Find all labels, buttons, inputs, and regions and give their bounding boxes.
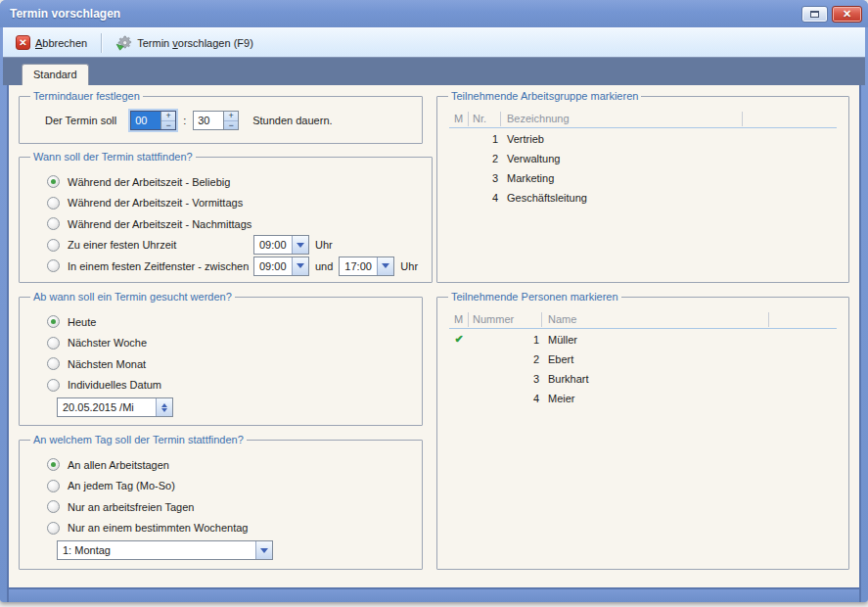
chevron-up-icon	[161, 400, 167, 407]
option-bestimmter-wochentag[interactable]: Nur an einem bestimmten Wochentag	[47, 518, 414, 539]
duration-colon: :	[183, 115, 186, 126]
window-start-combobox[interactable]: 09:00	[253, 257, 309, 276]
fixed-time-value[interactable]: 09:00	[254, 236, 292, 254]
group-search-start-title: Ab wann soll ein Termin gesucht werden?	[30, 291, 235, 303]
column-header-bezeichnung[interactable]: Bezeichnung	[501, 112, 743, 126]
hours-spinner[interactable]: 00 +−	[130, 111, 176, 130]
radio-icon[interactable]	[47, 357, 60, 370]
option-naechsten-monat[interactable]: Nächsten Monat	[47, 353, 414, 375]
close-button[interactable]: ✕	[832, 6, 862, 23]
option-arbeitszeit-nachmittags[interactable]: Während der Arbeitszeit - Nachmittags	[47, 213, 424, 235]
hours-spin-buttons[interactable]: +−	[160, 112, 175, 129]
cancel-icon: ✕	[16, 35, 30, 50]
column-header-nr[interactable]: Nr.	[469, 112, 501, 126]
right-column: Teilnehmende Arbeitsgruppe markieren M N…	[436, 90, 849, 587]
toolbar-separator	[101, 33, 102, 53]
workgroups-header: M Nr. Bezeichnung	[449, 110, 837, 128]
column-header-m[interactable]: M	[449, 112, 469, 126]
table-row[interactable]: 3 Marketing	[449, 168, 837, 187]
option-arbeitszeit-vormittags[interactable]: Während der Arbeitszeit - Vormittags	[47, 193, 424, 214]
group-duration-title: Termindauer festlegen	[30, 90, 143, 102]
radio-icon[interactable]	[47, 337, 60, 350]
chevron-down-icon	[297, 243, 304, 252]
minutes-spin-buttons[interactable]: +−	[223, 112, 238, 129]
date-spinner[interactable]: 20.05.2015 /Mi	[57, 397, 173, 417]
persons-header: M Nummer Name	[449, 310, 837, 329]
radio-icon[interactable]	[47, 522, 60, 535]
toolbar: ✕ Abbrechen Termin vorschlagen (F9)	[3, 27, 865, 57]
option-arbeitsfreie-tage[interactable]: Nur an arbeitsfreien Tagen	[47, 496, 414, 518]
radio-icon[interactable]	[47, 500, 60, 513]
radio-selected-icon[interactable]	[47, 175, 60, 188]
group-workgroups: Teilnehmende Arbeitsgruppe markieren M N…	[436, 90, 849, 283]
hours-value[interactable]: 00	[131, 112, 160, 129]
window-bottom-frame	[7, 587, 861, 602]
table-row[interactable]: 4 Geschäftsleitung	[449, 188, 837, 207]
radio-selected-icon[interactable]	[47, 315, 60, 328]
table-row[interactable]: 4 Meier	[449, 389, 837, 407]
option-alle-arbeitstage[interactable]: An allen Arbeitstagen	[47, 454, 414, 476]
workgroups-table: M Nr. Bezeichnung 1 Vertrieb 2 Verwaltun…	[449, 110, 837, 207]
duration-label-pre: Der Termin soll	[45, 115, 116, 126]
table-row[interactable]: 1 Vertrieb	[449, 129, 837, 148]
option-heute[interactable]: Heute	[47, 311, 414, 333]
spin-down-icon[interactable]: −	[224, 121, 238, 130]
chevron-down-icon	[382, 263, 389, 272]
combobox-arrow-button[interactable]	[255, 541, 272, 559]
weekday-value[interactable]: 1: Montag	[58, 541, 255, 559]
group-when-title: Wann soll der Termin stattfinden?	[30, 151, 196, 163]
column-header-nummer[interactable]: Nummer	[469, 312, 542, 327]
radio-icon[interactable]	[47, 239, 60, 252]
table-row[interactable]: 3 Burkhart	[449, 369, 837, 388]
window-start-value[interactable]: 09:00	[254, 257, 292, 275]
option-zeitfenster[interactable]: In einem festen Zeitfenster - zwischen 0…	[47, 256, 424, 277]
check-icon: ✔	[449, 333, 469, 346]
combobox-arrow-button[interactable]	[292, 257, 308, 275]
tab-standard[interactable]: Standard	[22, 64, 89, 85]
suggest-appointment-button[interactable]: Termin vorschlagen (F9)	[109, 32, 260, 54]
weekday-row: 1: Montag	[57, 540, 414, 560]
dialog-window: Termin vorschlagen ✕ ✕ Abbrechen	[0, 0, 868, 602]
window-end-combobox[interactable]: 17:00	[339, 257, 394, 276]
combobox-arrow-button[interactable]	[377, 257, 393, 275]
column-header-m[interactable]: M	[449, 312, 469, 327]
minutes-value[interactable]: 30	[194, 112, 223, 129]
date-row: 20.05.2015 /Mi	[57, 397, 414, 417]
option-naechster-woche[interactable]: Nächster Woche	[47, 333, 414, 354]
persons-table: M Nummer Name ✔ 1 Müller 2 Ebert	[449, 310, 837, 407]
group-when: Wann soll der Termin stattfinden? Währen…	[19, 151, 433, 283]
radio-icon[interactable]	[47, 379, 60, 392]
und-label: und	[315, 260, 333, 272]
date-spin-buttons[interactable]	[156, 398, 172, 416]
uhr-label: Uhr	[400, 260, 418, 272]
option-arbeitszeit-beliebig[interactable]: Während der Arbeitszeit - Beliebig	[47, 171, 424, 193]
window-end-value[interactable]: 17:00	[340, 257, 377, 275]
option-individuelles-datum[interactable]: Individuelles Datum	[47, 375, 414, 397]
date-value[interactable]: 20.05.2015 /Mi	[58, 398, 156, 416]
minutes-spinner[interactable]: 30 +−	[193, 111, 239, 130]
table-row[interactable]: ✔ 1 Müller	[449, 330, 837, 349]
weekday-combobox[interactable]: 1: Montag	[57, 540, 273, 560]
group-workgroups-title: Teilnehmende Arbeitsgruppe markieren	[448, 90, 641, 102]
window-title: Termin vorschlagen	[10, 7, 801, 21]
option-jeder-tag[interactable]: An jedem Tag (Mo-So)	[47, 476, 414, 497]
radio-icon[interactable]	[47, 480, 60, 492]
radio-selected-icon[interactable]	[47, 458, 60, 471]
radio-icon[interactable]	[47, 259, 60, 272]
duration-label-post: Stunden dauern.	[252, 115, 332, 126]
combobox-arrow-button[interactable]	[292, 236, 308, 254]
table-row[interactable]: 2 Verwaltung	[449, 149, 837, 167]
cancel-button[interactable]: ✕ Abbrechen	[9, 32, 94, 53]
radio-icon[interactable]	[47, 217, 60, 230]
option-feste-uhrzeit[interactable]: Zu einer festen Uhrzeit 09:00 Uhr	[47, 235, 424, 257]
column-header-name[interactable]: Name	[542, 312, 769, 327]
group-duration: Termindauer festlegen Der Termin soll 00…	[19, 90, 423, 144]
gear-arrow-icon	[115, 35, 132, 51]
fixed-time-combobox[interactable]: 09:00	[253, 235, 309, 255]
uhr-label: Uhr	[315, 239, 333, 251]
table-row[interactable]: 2 Ebert	[449, 350, 837, 368]
chevron-down-icon	[297, 263, 304, 272]
spin-down-icon[interactable]: −	[161, 121, 175, 130]
restore-button[interactable]	[801, 6, 828, 23]
radio-icon[interactable]	[47, 197, 60, 210]
